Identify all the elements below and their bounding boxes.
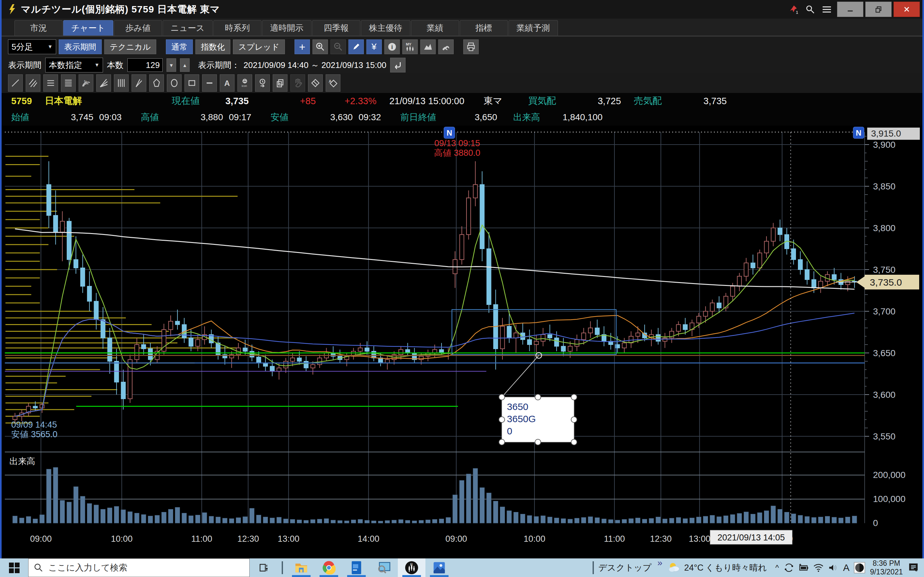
yen-scale-button[interactable]: ¥ [367, 39, 382, 54]
wifi-icon[interactable] [811, 558, 826, 577]
display-period-button[interactable]: 表示期間 [59, 39, 102, 54]
zoom-in-button[interactable] [312, 39, 328, 54]
indexed-chart-button[interactable]: 指数化 [195, 39, 230, 54]
tab-indicators[interactable]: 指標 [460, 20, 508, 35]
news-marker[interactable]: N [444, 127, 455, 139]
tab-market[interactable]: 市況 [15, 20, 63, 35]
fibonacci-arc-tool-button[interactable]: fx [79, 74, 94, 92]
ellipse-tool-button[interactable] [167, 74, 182, 92]
snip-search-button[interactable] [370, 558, 398, 577]
search-icon[interactable] [802, 2, 819, 16]
link-pin-icon[interactable]: 1 [785, 2, 802, 16]
selection-handle[interactable] [499, 417, 505, 422]
erase-all-tool-button[interactable]: A [326, 74, 341, 92]
selection-handle[interactable] [499, 439, 505, 445]
tab-timeseries[interactable]: 時系列 [213, 20, 262, 35]
time-axis-label: 11:00 [604, 534, 625, 544]
my-chart-button[interactable]: MY [402, 39, 418, 54]
icon-stamp-tool-button[interactable]: icon [237, 74, 252, 92]
rotation-lock-icon[interactable] [782, 558, 796, 577]
clock[interactable]: 8:36 PM 9/13/2021 [870, 559, 903, 576]
fan-lines-tool-button[interactable] [96, 74, 111, 92]
window-title: マルチツール(個別銘柄) 5759 日本電解 東マ [21, 3, 220, 16]
parallel-lines-tool-button[interactable] [26, 74, 40, 92]
duplicate-tool-button[interactable] [273, 74, 288, 92]
move-hand-tool-button[interactable] [290, 74, 305, 92]
tab-news[interactable]: ニュース [163, 20, 213, 35]
selection-handle[interactable] [535, 394, 541, 400]
angle-lines-tool-button[interactable] [132, 74, 146, 92]
ellipse-icon [170, 78, 179, 88]
count-decrement-button[interactable]: ▼ [166, 58, 176, 72]
spread-chart-button[interactable]: スプレッド [233, 39, 285, 54]
bar-count-input[interactable] [128, 58, 163, 72]
desktop-toolbar[interactable]: » デスクトップ [598, 558, 664, 577]
crosshair-button[interactable]: + [294, 39, 310, 54]
normal-chart-button[interactable]: 通常 [166, 39, 193, 54]
pentagon-tool-button[interactable] [149, 74, 164, 92]
weather-icon[interactable] [664, 558, 684, 577]
tab-chart[interactable]: チャート [63, 20, 113, 35]
tab-tick[interactable]: 歩み値 [114, 20, 162, 35]
callout-note[interactable]: 36503650G0 [499, 353, 577, 445]
timeframe-select[interactable]: 5分足 ▼ [8, 39, 56, 54]
reset-period-button[interactable] [390, 58, 405, 73]
chevron-expand-icon[interactable]: » [657, 558, 662, 568]
trading-app-button[interactable]: R [398, 558, 425, 577]
draw-pencil-button[interactable] [349, 39, 364, 54]
tab-results[interactable]: 業績 [411, 20, 459, 35]
vertical-lines-tool-button[interactable] [114, 74, 129, 92]
tab-disclosure[interactable]: 適時開示 [262, 20, 312, 35]
hidden-icons-button[interactable]: ^ [775, 563, 779, 572]
area-chart-button[interactable] [420, 39, 436, 54]
selection-handle[interactable] [571, 439, 577, 445]
trend-line-tool-button[interactable] [8, 74, 23, 92]
selection-handle[interactable] [499, 394, 505, 400]
settings-wrench-button[interactable] [438, 39, 454, 54]
taskbar-search-input[interactable]: ここに入力して検索 [28, 558, 250, 577]
print-button[interactable] [463, 39, 479, 54]
horizontal-segment-tool-button[interactable] [202, 74, 217, 92]
news-marker[interactable]: N [853, 127, 864, 139]
weather-desc[interactable]: くもり時々晴れ [706, 562, 767, 574]
tab-shareholder-benefit[interactable]: 株主優待 [361, 20, 410, 35]
tab-bar: 市況 チャート 歩み値 ニュース 時系列 適時開示 四季報 株主優待 業績 指標… [2, 19, 922, 37]
volume-axis-label: 0 [873, 518, 878, 528]
count-increment-button[interactable]: ▲ [180, 58, 190, 72]
tab-shikiho[interactable]: 四季報 [312, 20, 360, 35]
close-button[interactable] [893, 2, 920, 17]
weather-temp[interactable]: 24°C [684, 563, 704, 573]
speaker-icon[interactable] [826, 558, 841, 577]
battery-icon[interactable] [796, 558, 811, 577]
chart-area[interactable]: 3,9003,8503,8003,7503,7003,6503,6003,550… [2, 126, 922, 555]
callout-text-line: 0 [507, 426, 512, 436]
file-explorer-button[interactable] [288, 558, 315, 577]
restore-button[interactable] [865, 2, 892, 17]
horizontal-lines-3-tool-button[interactable] [43, 74, 58, 92]
selection-handle[interactable] [571, 417, 577, 422]
movies-tv-button[interactable] [342, 558, 370, 577]
eraser-tool-button[interactable] [308, 74, 323, 92]
ime-language-icon[interactable] [852, 558, 867, 577]
info-button[interactable]: i [384, 39, 400, 54]
photos-button[interactable] [425, 558, 453, 577]
action-center-button[interactable] [906, 558, 921, 577]
text-tool-button[interactable]: A [220, 74, 234, 92]
technical-button[interactable]: テクニカル [104, 39, 156, 54]
zoom-out-button[interactable] [330, 39, 346, 54]
chrome-button[interactable] [315, 558, 342, 577]
selection-handle[interactable] [535, 439, 541, 445]
event-marker-tool-button[interactable] [255, 74, 270, 92]
menu-icon[interactable] [819, 2, 835, 16]
start-button[interactable] [0, 558, 28, 577]
rectangle-tool-button[interactable] [184, 74, 199, 92]
horizontal-lines-4-tool-button[interactable] [61, 74, 76, 92]
ime-mode-indicator[interactable]: A [843, 562, 850, 573]
period-mode-select[interactable]: 本数指定 ▼ [45, 58, 103, 73]
volume-value: 1,840,100 [563, 112, 603, 122]
selection-handle[interactable] [571, 394, 577, 400]
task-view-button[interactable] [250, 558, 277, 577]
chart-canvas[interactable]: 3,9003,8503,8003,7503,7003,6503,6003,550… [2, 126, 922, 555]
tab-forecast[interactable]: 業績予測 [509, 20, 558, 35]
minimize-button[interactable] [837, 2, 863, 17]
